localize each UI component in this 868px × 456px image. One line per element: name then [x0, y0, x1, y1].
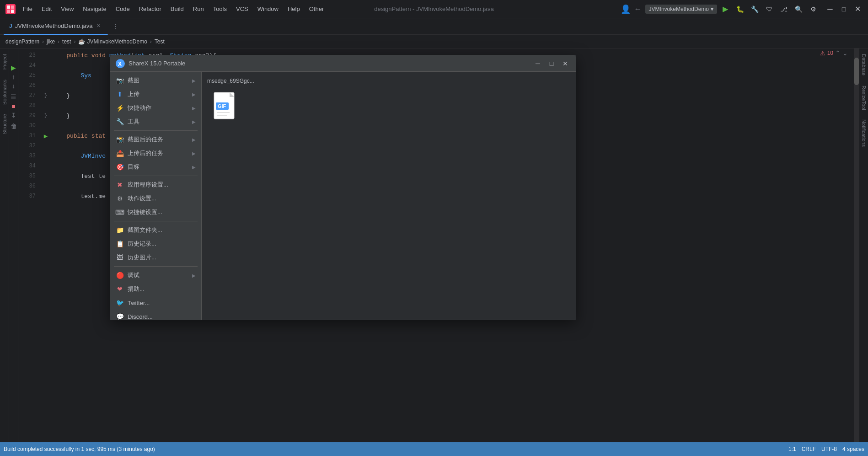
cursor-position[interactable]: 1:1	[788, 446, 796, 452]
down-arrow-button[interactable]: ↓	[12, 82, 15, 90]
collapse-errors-button[interactable]: ⌄	[842, 49, 848, 57]
stop-button[interactable]: ■	[11, 102, 15, 110]
menu-vcs[interactable]: VCS	[232, 4, 252, 14]
debug-button[interactable]: 🐛	[734, 3, 746, 16]
ctx-tools[interactable]: 🔧 工具 ▶	[110, 115, 201, 129]
line-ending[interactable]: CRLF	[802, 446, 816, 452]
up-arrow-button[interactable]: ↑	[12, 73, 15, 80]
ctx-screenshot-label: 截图	[128, 76, 188, 85]
breadcrumb-method[interactable]: Test	[155, 38, 165, 45]
delete-button[interactable]: 🗑	[11, 123, 17, 130]
close-button[interactable]: ✕	[852, 4, 863, 14]
coverage-button[interactable]: 🛡	[763, 3, 776, 16]
ctx-hotkey-settings[interactable]: ⌨ 快捷键设置...	[110, 205, 201, 219]
breadcrumb-class[interactable]: JVMInvokeMethodDemo	[87, 38, 147, 45]
ctx-after-capture[interactable]: 📸 截图后的任务 ▶	[110, 133, 201, 146]
menu-code[interactable]: Code	[112, 4, 134, 14]
indent-button[interactable]: ☰	[11, 93, 16, 101]
encoding[interactable]: UTF-8	[821, 446, 837, 452]
menu-help[interactable]: Help	[284, 4, 304, 14]
ctx-image-history[interactable]: 🖼 历史图片...	[110, 251, 201, 264]
menu-file[interactable]: File	[19, 4, 36, 14]
gif-file-icon: GIF	[213, 91, 238, 121]
svg-rect-1	[7, 5, 10, 9]
structure-tab-vertical[interactable]: Structure	[0, 109, 9, 139]
back-icon[interactable]: ←	[634, 5, 642, 13]
twitter-icon: 🐦	[116, 299, 124, 307]
line-29-num: 29	[18, 113, 41, 119]
git-icon[interactable]: ⎇	[777, 3, 790, 16]
dialog-minimize-button[interactable]: ─	[533, 59, 543, 69]
tab-more-options[interactable]: ⋮	[110, 23, 121, 30]
resizetool-tab-vertical[interactable]: ResizeTool	[860, 81, 868, 115]
capture-folder-icon: 📁	[116, 226, 124, 234]
ctx-after-upload[interactable]: 📤 上传后的任务 ▶	[110, 146, 201, 160]
ctx-donate[interactable]: ❤ 捐助...	[110, 282, 201, 296]
database-tab-vertical[interactable]: Database	[860, 48, 868, 81]
breadcrumb-jike[interactable]: jike	[47, 38, 55, 45]
settings-icon[interactable]: ⚙	[807, 3, 820, 16]
menu-view[interactable]: View	[57, 4, 77, 14]
tab-close-button[interactable]: ✕	[96, 23, 102, 29]
file-name-label: msedge_69SGgc...	[207, 78, 254, 84]
vertical-scrollbar-thumb[interactable]	[854, 58, 859, 85]
project-tab-vertical[interactable]: Project	[0, 48, 9, 75]
ctx-capture-folder[interactable]: 📁 截图文件夹...	[110, 223, 201, 237]
ctx-destination[interactable]: 🎯 目标 ▶	[110, 160, 201, 174]
menu-build[interactable]: Build	[167, 4, 188, 14]
upload-icon: ⬆	[116, 90, 124, 98]
ctx-task-settings-label: 动作设置...	[128, 194, 196, 203]
ctx-screenshot[interactable]: 📷 截图 ▶	[110, 74, 201, 87]
menu-run[interactable]: Run	[189, 4, 208, 14]
breadcrumb-test[interactable]: test	[62, 38, 71, 45]
vertical-scrollbar-track[interactable]	[854, 48, 859, 442]
menu-other[interactable]: Other	[305, 4, 328, 14]
expand-errors-button[interactable]: ⌃	[835, 49, 841, 57]
menu-refactor[interactable]: Refactor	[135, 4, 165, 14]
ctx-debug-label: 调试	[128, 271, 188, 279]
discord-icon: 💬	[116, 312, 124, 320]
ctx-donate-label: 捐助...	[128, 285, 196, 293]
ctx-app-settings[interactable]: ✖ 应用程序设置...	[110, 178, 201, 192]
ctx-sep-1	[114, 130, 198, 131]
screenshot-icon: 📷	[116, 76, 124, 85]
ctx-task-settings[interactable]: ⚙ 动作设置...	[110, 192, 201, 205]
line-23-num: 23	[18, 52, 41, 59]
build-status-message: Build completed successfully in 1 sec, 9…	[4, 446, 155, 452]
line-29-gutter: }	[41, 113, 50, 118]
breadcrumb-design-pattern[interactable]: designPattern	[5, 38, 39, 45]
ctx-quick-action[interactable]: ⚡ 快捷动作 ▶	[110, 101, 201, 115]
search-icon[interactable]: 🔍	[792, 3, 805, 16]
dialog-close-button[interactable]: ✕	[560, 59, 570, 69]
export-button[interactable]: ↧	[11, 112, 16, 119]
indent-setting[interactable]: 4 spaces	[842, 446, 864, 452]
run-gutter-button[interactable]: ▶	[11, 64, 16, 71]
run-config-dropdown-icon: ▾	[711, 6, 713, 12]
app-settings-icon: ✖	[116, 181, 124, 189]
ctx-twitter[interactable]: 🐦 Twitter...	[110, 296, 201, 310]
profile-button[interactable]: 🔧	[748, 3, 761, 16]
run-config-selector[interactable]: JVMInvokeMethodDemo ▾	[645, 5, 717, 14]
ctx-discord[interactable]: 💬 Discord...	[110, 310, 201, 320]
svg-text:X: X	[118, 61, 122, 67]
editor-tab-active[interactable]: J JVMInvokeMethodDemo.java ✕	[4, 18, 108, 35]
error-count: 10	[827, 50, 833, 56]
ctx-debug[interactable]: 🔴 调试 ▶	[110, 268, 201, 282]
run-button[interactable]: ▶	[719, 3, 732, 16]
ctx-destination-label: 目标	[128, 163, 188, 171]
gif-file-item[interactable]: GIF	[207, 88, 244, 124]
menu-tools[interactable]: Tools	[209, 4, 230, 14]
bookmarks-tab-vertical[interactable]: Bookmarks	[0, 75, 9, 109]
dialog-title: ShareX 15.0 Portable	[129, 60, 529, 67]
notifications-tab-vertical[interactable]: Notifications	[860, 115, 868, 151]
ctx-upload[interactable]: ⬆ 上传 ▶	[110, 87, 201, 101]
maximize-button[interactable]: □	[839, 4, 849, 14]
ctx-history[interactable]: 📋 历史记录...	[110, 237, 201, 251]
menu-edit[interactable]: Edit	[38, 4, 55, 14]
dialog-maximize-button[interactable]: □	[547, 59, 557, 69]
menu-navigate[interactable]: Navigate	[79, 4, 110, 14]
svg-rect-4	[11, 10, 14, 13]
account-icon[interactable]: 👤	[621, 4, 631, 14]
menu-window[interactable]: Window	[254, 4, 282, 14]
minimize-button[interactable]: ─	[825, 4, 835, 14]
